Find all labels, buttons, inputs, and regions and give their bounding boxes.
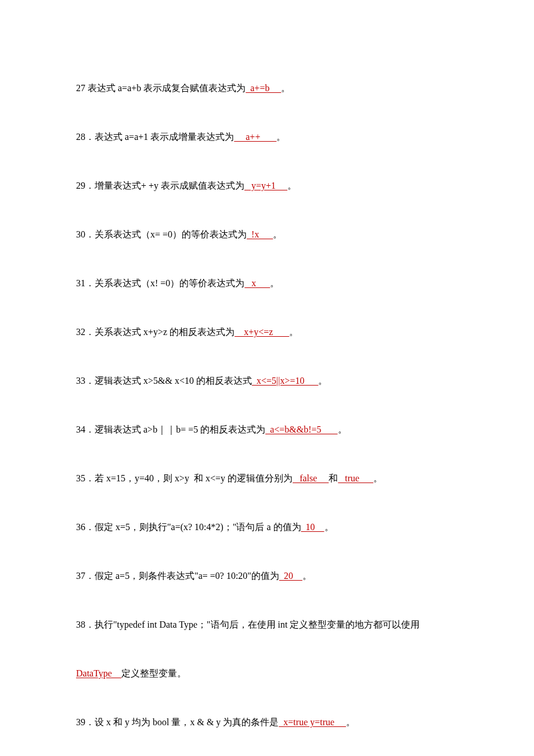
q-answer: a+=b: [246, 83, 281, 93]
q-post: 。: [346, 717, 355, 727]
q-answer: x+y<=z: [234, 327, 289, 337]
question-39: 39．设 x 和 y 均为 bool 量，x & & y 为真的条件是 x=tr…: [67, 698, 467, 747]
q-post: 。: [338, 424, 347, 434]
q-post: 。: [281, 83, 290, 93]
q-pre: ．若 x=15，y=40，则 x>y 和 x<=y 的逻辑值分别为: [85, 473, 293, 483]
q-post: 。: [318, 376, 327, 386]
q-num: 38: [76, 620, 85, 629]
q-num: 36: [76, 522, 85, 532]
q-pre: ．关系表达式（x= =0）的等价表达式为: [85, 229, 247, 239]
question-36: 36．假定 x=5，则执行"a=(x? 10:4*2)；"语句后 a 的值为 1…: [67, 503, 467, 552]
q-text: 27: [76, 83, 85, 93]
question-40: 40．设 x 和 y 均为 bool 量，则 x｜｜y 为假的条件是 x、y 都…: [67, 747, 467, 756]
q-pre: ．假定 a=5，则条件表达式"a= =0? 10:20"的值为: [85, 571, 279, 581]
q-post: 。: [324, 522, 334, 532]
q-answer: x<=5||x>=10: [252, 376, 319, 386]
q-pre: ．逻辑表达式 a>b｜｜b= =5 的相反表达式为: [85, 424, 265, 434]
question-38-line1: 38．执行"typedef int Data Type；"语句后，在使用 int…: [67, 600, 467, 649]
q-text: 28: [76, 132, 85, 142]
q-pre: 表达式 a=a+b 表示成复合赋值表达式为: [85, 83, 246, 93]
q-ans2: true: [338, 473, 373, 483]
q-text: 29: [76, 181, 85, 190]
question-27: 27 表达式 a=a+b 表示成复合赋值表达式为 a+=b 。: [67, 64, 467, 113]
q-answer: a<=b&&b!=5: [265, 424, 337, 434]
q-text: 34: [76, 424, 85, 434]
question-31: 31．关系表达式（x! =0）的等价表达式为 x 。: [67, 259, 467, 308]
q-pre: ．关系表达式 x+y>z 的相反表达式为: [85, 327, 234, 337]
q-answer: y=y+1: [244, 181, 287, 190]
q-pre: ．关系表达式（x! =0）的等价表达式为: [85, 278, 244, 288]
question-37: 37．假定 a=5，则条件表达式"a= =0? 10:20"的值为 20 。: [67, 552, 467, 600]
q-num: 39: [76, 717, 85, 727]
q-pre: ．增量表达式+ +y 表示成赋值表达式为: [85, 181, 244, 190]
q-text: ．执行"typedef int Data Type；"语句后，在使用 int 定…: [85, 620, 420, 629]
q-answer: 20: [279, 571, 302, 581]
q-answer: x: [244, 278, 270, 288]
question-38-line2: DataType 定义整型变量。: [67, 649, 467, 698]
q-pre: ．表达式 a=a+1 表示成增量表达式为: [85, 132, 234, 142]
question-35: 35．若 x=15，y=40，则 x>y 和 x<=y 的逻辑值分别为 fals…: [67, 454, 467, 503]
q-answer: x=true y=true: [279, 717, 346, 727]
q-post: 。: [273, 229, 282, 239]
q-post: 。: [276, 132, 286, 142]
question-28: 28．表达式 a=a+1 表示成增量表达式为 a++ 。: [67, 113, 467, 161]
q-pre: ．设 x 和 y 均为 bool 量，x & & y 为真的条件是: [85, 717, 279, 727]
question-34: 34．逻辑表达式 a>b｜｜b= =5 的相反表达式为 a<=b&&b!=5 。: [67, 405, 467, 454]
q-num: 35: [76, 473, 85, 483]
q-pre: ．假定 x=5，则执行"a=(x? 10:4*2)；"语句后 a 的值为: [85, 522, 301, 532]
q-text: 31: [76, 278, 85, 288]
q-num: 37: [76, 571, 85, 581]
q-mid: 和: [329, 473, 338, 483]
q-post: 。: [302, 571, 312, 581]
q-answer: DataType: [76, 668, 121, 678]
question-32: 32．关系表达式 x+y>z 的相反表达式为 x+y<=z 。: [67, 308, 467, 357]
q-text: 30: [76, 229, 85, 239]
question-29: 29．增量表达式+ +y 表示成赋值表达式为 y=y+1 。: [67, 161, 467, 210]
question-33: 33．逻辑表达式 x>5&& x<10 的相反表达式 x<=5||x>=10 。: [67, 357, 467, 405]
q-answer: a++: [234, 132, 276, 142]
q-answer: 10: [301, 522, 324, 532]
q-ans1: false: [293, 473, 329, 483]
q-post: 。: [270, 278, 279, 288]
q-text: 33: [76, 376, 85, 386]
q-text: 定义整型变量。: [121, 668, 186, 678]
q-answer: !x: [247, 229, 273, 239]
document-page: 27 表达式 a=a+b 表示成复合赋值表达式为 a+=b 。 28．表达式 a…: [0, 0, 534, 756]
question-30: 30．关系表达式（x= =0）的等价表达式为 !x 。: [67, 210, 467, 259]
q-post: 。: [287, 181, 297, 190]
q-pre: ．逻辑表达式 x>5&& x<10 的相反表达式: [85, 376, 252, 386]
q-post: 。: [373, 473, 383, 483]
q-post: 。: [289, 327, 298, 337]
q-text: 32: [76, 327, 85, 337]
